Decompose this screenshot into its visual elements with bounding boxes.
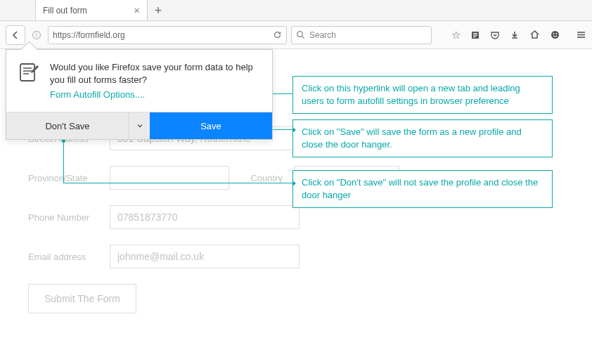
home-icon[interactable] [529, 30, 540, 40]
callout-options-link: Click on this hyperlink will open a new … [292, 76, 553, 114]
email-input[interactable] [110, 245, 300, 268]
connector [273, 129, 292, 130]
svg-point-11 [556, 33, 558, 34]
country-label: Country [240, 173, 283, 183]
back-icon [11, 30, 20, 40]
search-placeholder: Search [309, 30, 336, 40]
phone-label: Phone Number [28, 212, 98, 223]
svg-rect-8 [473, 36, 476, 37]
downloads-icon[interactable] [510, 30, 520, 40]
svg-point-10 [553, 33, 555, 34]
phone-input[interactable] [110, 205, 300, 229]
dont-save-button[interactable]: Don't Save [6, 112, 129, 139]
save-button[interactable]: Save [150, 112, 272, 139]
back-button[interactable] [6, 25, 25, 45]
svg-rect-6 [473, 33, 477, 34]
close-tab-icon[interactable]: × [134, 4, 140, 16]
email-label: Email address [28, 252, 98, 262]
svg-point-9 [551, 31, 559, 39]
svg-rect-7 [473, 34, 477, 35]
svg-line-4 [302, 37, 304, 39]
new-tab-button[interactable]: + [148, 1, 169, 20]
autofill-doorhanger: Would you like Firefox save your form da… [6, 49, 273, 140]
pocket-icon[interactable] [490, 30, 500, 40]
search-input[interactable]: Search [291, 26, 432, 44]
autofill-options-link[interactable]: Form Autofill Options.... [50, 89, 145, 100]
dont-save-dropdown[interactable] [129, 112, 150, 139]
url-text: https://formfield.org [53, 30, 273, 40]
svg-point-3 [297, 32, 303, 37]
menu-icon[interactable] [576, 30, 586, 40]
bookmark-star-icon[interactable]: ☆ [451, 29, 461, 41]
browser-tab[interactable]: Fill out form × [35, 0, 148, 20]
connector [63, 183, 292, 183]
submit-button[interactable]: Submit The Form [28, 284, 136, 313]
callout-save: Click on "Save" will save the form as a … [292, 119, 553, 157]
url-bar: https://formfield.org Search ☆ [0, 21, 592, 49]
search-icon [296, 30, 305, 39]
doorhanger-message: Would you like Firefox save your form da… [50, 61, 261, 86]
toolbar-icons: ☆ [451, 29, 586, 41]
site-identity-icon[interactable] [30, 28, 44, 42]
smiley-icon[interactable] [550, 30, 560, 40]
reader-icon[interactable] [470, 30, 480, 40]
svg-rect-2 [36, 34, 37, 37]
reload-icon[interactable] [273, 30, 282, 39]
tab-bar: Fill out form × + [0, 0, 592, 21]
svg-point-1 [36, 32, 37, 34]
province-input[interactable] [110, 166, 229, 190]
callout-dont-save: Click on "Don't save" will not save the … [292, 170, 553, 208]
url-input[interactable]: https://formfield.org [48, 26, 287, 44]
chevron-down-icon [136, 122, 143, 129]
form-icon [18, 61, 40, 84]
tab-title: Fill out form [43, 6, 87, 15]
connector [63, 141, 64, 183]
